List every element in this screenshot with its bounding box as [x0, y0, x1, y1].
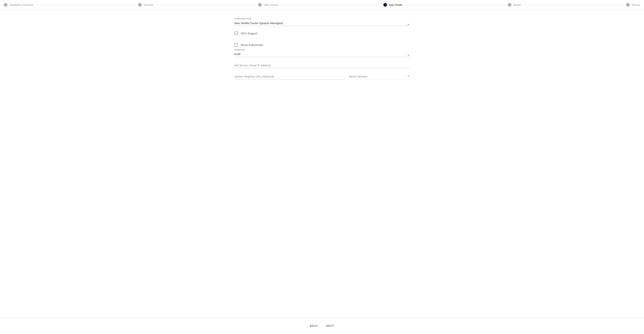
kubernetes-kind-select[interactable]: New Vanilla Cluster (Iguazio Managed)	[234, 20, 410, 26]
name-scheme-select[interactable]: Name Scheme	[349, 74, 410, 79]
step-label: Installation Scenario	[9, 3, 33, 6]
reset-kubernetes-label[interactable]: Reset Kubernetes	[241, 43, 263, 46]
step-circle-icon	[626, 3, 630, 7]
hypervisor-value: KVM	[234, 52, 240, 56]
step-review[interactable]: Review	[626, 3, 640, 7]
hypervisor-label: Hypervisor	[234, 48, 410, 51]
step-circle-icon	[138, 3, 142, 7]
next-button[interactable]: NEXT	[325, 323, 335, 329]
step-app-cluster[interactable]: App Cluster	[383, 3, 402, 7]
gpu-support-label[interactable]: GPU Support	[241, 32, 257, 35]
step-data-cluster[interactable]: Data Cluster	[258, 3, 278, 7]
wizard-footer: BACK NEXT	[0, 318, 644, 334]
wizard-stepper: Installation Scenario General Data Clust…	[0, 0, 644, 10]
step-general[interactable]: General	[138, 3, 153, 7]
name-scheme-placeholder: Name Scheme	[349, 75, 368, 78]
api-server-vip-field	[234, 63, 410, 68]
form-content: Kubernetes Kind New Vanilla Cluster (Igu…	[0, 10, 644, 318]
step-connector	[34, 5, 136, 5]
step-connector	[404, 5, 506, 5]
step-label: Nodes	[513, 3, 521, 6]
step-circle-icon	[383, 3, 387, 7]
api-server-vip-input[interactable]	[234, 63, 410, 68]
step-connector	[280, 5, 382, 5]
step-circle-icon	[508, 3, 512, 7]
back-button[interactable]: BACK	[309, 323, 319, 329]
name-scheme-field: Name Scheme	[349, 74, 410, 79]
kubernetes-kind-field: Kubernetes Kind New Vanilla Cluster (Igu…	[234, 17, 410, 26]
step-label: General	[144, 3, 153, 6]
hypervisor-select[interactable]: KVM	[234, 51, 410, 57]
step-installation-scenario[interactable]: Installation Scenario	[4, 3, 33, 7]
gpu-support-checkbox[interactable]	[235, 31, 238, 35]
step-circle-icon	[4, 3, 8, 7]
step-connector	[154, 5, 256, 5]
reset-kubernetes-row: Reset Kubernetes	[234, 43, 410, 46]
step-nodes[interactable]: Nodes	[508, 3, 521, 7]
step-circle-icon	[258, 3, 262, 7]
step-label: Review	[632, 3, 640, 6]
reset-kubernetes-checkbox[interactable]	[235, 43, 238, 46]
step-label: App Cluster	[389, 3, 402, 6]
hypervisor-field: Hypervisor KVM	[234, 48, 410, 57]
step-connector	[522, 5, 624, 5]
kubernetes-kind-value: New Vanilla Cluster (Iguazio Managed)	[234, 21, 283, 25]
kubernetes-kind-label: Kubernetes Kind	[234, 17, 410, 20]
system-registry-url-input[interactable]	[234, 74, 345, 79]
gpu-support-row: GPU Support	[234, 31, 410, 35]
step-label: Data Cluster	[264, 3, 278, 6]
system-registry-url-field	[234, 74, 345, 79]
